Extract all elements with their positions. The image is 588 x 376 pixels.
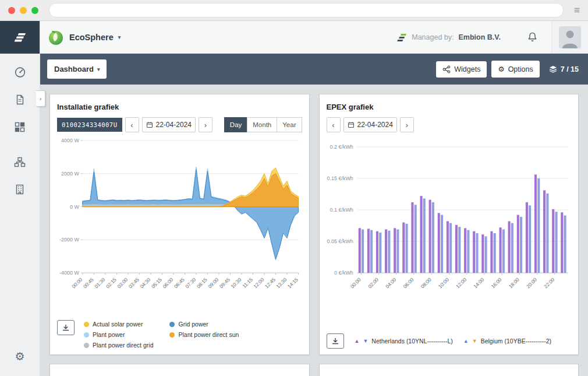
person-icon — [559, 26, 581, 48]
grid-icon — [14, 121, 26, 133]
app-brand[interactable]: EcoSphere ▾ — [47, 29, 121, 46]
range-day-button[interactable]: Day — [224, 117, 247, 132]
legend-dot — [84, 343, 89, 348]
sidebar-item-reports[interactable] — [0, 86, 40, 113]
browser-window: ≡ — [0, 0, 588, 376]
calendar-icon — [146, 121, 153, 128]
user-menu[interactable] — [551, 21, 588, 53]
calendar-icon — [348, 121, 355, 128]
sidebar-item-dashboard[interactable] — [0, 58, 40, 86]
layers-icon — [549, 65, 557, 73]
installatie-footer: Actual solar power Grid power Plant powe… — [57, 320, 302, 350]
legend-item: Plant power — [84, 331, 153, 338]
legend-dot — [169, 322, 175, 327]
sidebar-item-network[interactable] — [0, 148, 40, 175]
dashboard-selector[interactable]: Dashboard ▾ — [47, 59, 107, 79]
epex-widget: EPEX grafiek ‹ 22-04-2024 › 0.2 €/k — [319, 94, 579, 355]
legend-label: Belgium (10YBE----------2) — [481, 338, 551, 345]
close-window-button[interactable] — [8, 7, 15, 14]
svg-text:01:30: 01:30 — [93, 276, 106, 289]
widgets-button[interactable]: Widgets — [436, 61, 487, 78]
installatie-widget: Installatie grafiek 0100234334007U ‹ 22-… — [49, 94, 310, 355]
sidebar-item-installations[interactable] — [0, 175, 40, 203]
svg-text:06:00: 06:00 — [402, 276, 415, 289]
svg-text:20:00: 20:00 — [525, 276, 538, 289]
download-icon — [331, 337, 339, 345]
legend-item: Actual solar power — [84, 321, 153, 328]
browser-menu-icon[interactable]: ≡ — [574, 5, 580, 16]
previous-date-button[interactable]: ‹ — [327, 117, 341, 132]
installatie-chart: 4000 W2000 W0 W-2000 W-4000 W00:0000:450… — [57, 135, 302, 309]
browser-chrome: ≡ — [0, 0, 588, 21]
dashboard-label: Dashboard — [54, 65, 94, 73]
svg-text:4000 W: 4000 W — [61, 138, 79, 143]
svg-text:03:00: 03:00 — [116, 276, 129, 289]
options-label: Options — [508, 65, 533, 73]
device-id-badge[interactable]: 0100234334007U — [57, 118, 122, 132]
share-nodes-icon — [442, 65, 451, 73]
epex-footer: ▲▼ Netherlands (10YNL----------L) ▲▼ Bel… — [327, 333, 572, 350]
toolbar-right: Widgets ⚙ Options 7 / 15 — [436, 61, 579, 78]
svg-text:12:45: 12:45 — [264, 276, 277, 289]
svg-text:0 €/kWh: 0 €/kWh — [334, 270, 353, 276]
options-button[interactable]: ⚙ Options — [491, 61, 539, 78]
chevron-right-icon: › — [40, 95, 42, 102]
svg-text:0.15 €/kWh: 0.15 €/kWh — [327, 175, 353, 181]
legend-dot — [84, 332, 89, 338]
svg-text:09:00: 09:00 — [207, 276, 219, 289]
date-picker-button[interactable]: 22-04-2024 — [142, 117, 196, 132]
embion-logo-icon — [9, 27, 30, 48]
svg-text:04:00: 04:00 — [384, 276, 397, 289]
partial-widget-card — [49, 364, 310, 376]
hierarchy-icon — [14, 156, 26, 168]
gear-icon: ⚙ — [498, 65, 504, 73]
widget-title: EPEX grafiek — [327, 103, 572, 111]
managed-by-value: Embion B.V. — [459, 33, 501, 41]
app-frame: ⚙ EcoSphere ▾ — [0, 21, 588, 376]
next-date-button[interactable]: › — [199, 117, 212, 132]
partial-widget-card — [319, 364, 579, 376]
legend-dot — [169, 332, 175, 338]
range-month-button[interactable]: Month — [247, 117, 277, 132]
svg-text:18:00: 18:00 — [507, 276, 520, 289]
svg-text:-2000 W: -2000 W — [59, 237, 79, 243]
zoom-window-button[interactable] — [31, 7, 38, 14]
svg-text:11:15: 11:15 — [241, 276, 254, 289]
svg-text:0 W: 0 W — [70, 204, 79, 210]
previous-date-button[interactable]: ‹ — [125, 117, 139, 132]
download-button[interactable] — [327, 333, 344, 349]
sidebar-expand-button[interactable]: › — [36, 90, 45, 107]
building-icon — [14, 184, 26, 195]
avatar[interactable] — [559, 26, 581, 48]
next-date-button[interactable]: › — [400, 117, 414, 132]
embion-logo[interactable] — [0, 21, 40, 54]
sidebar-item-settings[interactable]: ⚙ — [0, 343, 40, 370]
legend-label: Netherlands (10YNL----------L) — [371, 338, 452, 345]
epex-chart: 0.2 €/kWh0.15 €/kWh0.1 €/kWh0.05 €/kWh0 … — [327, 135, 572, 309]
date-picker-button[interactable]: 22-04-2024 — [343, 117, 397, 132]
header-right: Managed by: Embion B.V. — [396, 21, 588, 53]
installatie-legend: Actual solar power Grid power Plant powe… — [84, 321, 239, 349]
address-bar[interactable] — [49, 3, 564, 17]
gauge-icon — [14, 66, 26, 78]
managed-by-label: Managed by: — [412, 33, 454, 41]
svg-text:0.05 €/kWh: 0.05 €/kWh — [327, 238, 353, 244]
download-button[interactable] — [57, 320, 75, 335]
document-icon — [14, 94, 26, 106]
window-controls — [8, 7, 38, 14]
ecosphere-logo-icon — [47, 29, 65, 46]
svg-text:06:45: 06:45 — [173, 276, 186, 289]
svg-text:00:00: 00:00 — [349, 276, 362, 289]
widget-row-partial — [49, 364, 579, 376]
legend-label: Plant power direct grid — [93, 342, 153, 349]
minimize-window-button[interactable] — [20, 7, 27, 14]
svg-text:13:30: 13:30 — [275, 276, 288, 289]
svg-text:00:00: 00:00 — [70, 276, 83, 289]
svg-text:10:30: 10:30 — [229, 276, 242, 289]
legend-label: Grid power — [178, 321, 208, 328]
svg-text:03:45: 03:45 — [127, 276, 140, 289]
svg-text:00:45: 00:45 — [82, 276, 95, 289]
range-year-button[interactable]: Year — [277, 117, 302, 132]
notifications-button[interactable] — [526, 31, 539, 43]
sidebar-item-widgets[interactable] — [0, 113, 40, 140]
